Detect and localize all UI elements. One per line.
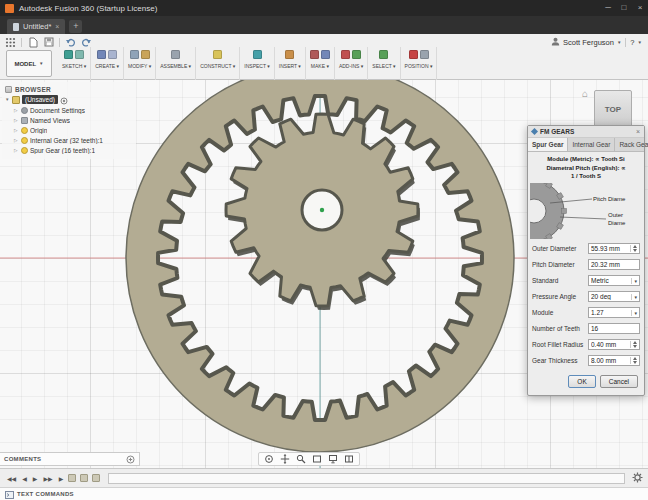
minimize-button[interactable]: ─ xyxy=(600,0,616,16)
spinner-icon[interactable] xyxy=(630,245,639,252)
view-cube-face-label[interactable]: TOP xyxy=(605,105,621,114)
help-button[interactable]: ? xyxy=(630,38,634,47)
tool-icon[interactable] xyxy=(130,50,139,59)
field-input-number-of-teeth[interactable]: 16 xyxy=(588,323,640,334)
timeline-feature-item[interactable] xyxy=(80,474,88,482)
tool-icon[interactable] xyxy=(108,50,117,59)
tool-icon[interactable] xyxy=(75,50,84,59)
browser-root-item[interactable]: ▼ (Unsaved) xyxy=(2,94,136,105)
tool-icon[interactable] xyxy=(379,50,388,59)
field-input-outer-diameter[interactable]: 55.93 mm xyxy=(588,243,640,254)
expand-arrow-icon[interactable]: ▷ xyxy=(14,138,19,143)
browser-menu-icon[interactable] xyxy=(5,86,12,93)
dropdown-arrow-icon[interactable]: ▾ xyxy=(631,294,639,300)
expand-arrow-icon[interactable]: ▷ xyxy=(14,128,19,133)
tool-icon[interactable] xyxy=(409,50,418,59)
timeline-settings-gear-icon[interactable] xyxy=(632,469,643,487)
cancel-button[interactable]: Cancel xyxy=(600,375,638,388)
file-icon[interactable] xyxy=(26,36,39,49)
ribbon-group-create[interactable]: CREATE ▾ xyxy=(91,47,124,80)
home-view-icon[interactable]: ⌂ xyxy=(582,88,588,99)
fit-view-icon[interactable] xyxy=(312,454,322,464)
bulb-icon[interactable] xyxy=(21,147,28,154)
camera-icon[interactable] xyxy=(21,117,28,124)
ribbon-group-addins[interactable]: ADD-INS ▾ xyxy=(335,47,368,80)
chevron-down-icon[interactable]: ▼ xyxy=(638,40,642,45)
tool-icon[interactable] xyxy=(171,50,180,59)
dropdown-arrow-icon[interactable]: ▾ xyxy=(631,310,639,316)
timeline-play-button[interactable]: ▶ xyxy=(31,475,40,482)
tool-icon[interactable] xyxy=(213,50,222,59)
ribbon-group-modify[interactable]: MODIFY ▾ xyxy=(124,47,156,80)
document-name-chip[interactable]: (Unsaved) xyxy=(22,95,58,104)
ribbon-group-select[interactable]: SELECT ▾ xyxy=(368,47,400,80)
close-button[interactable]: × xyxy=(632,0,648,16)
add-comment-icon[interactable] xyxy=(126,450,135,468)
viewports-icon[interactable] xyxy=(344,454,354,464)
text-commands-bar[interactable]: TEXT COMMANDS xyxy=(0,487,648,500)
ribbon-group-sketch[interactable]: SKETCH ▾ xyxy=(58,47,91,80)
tool-icon[interactable] xyxy=(321,50,330,59)
comments-bar[interactable]: COMMENTS xyxy=(0,452,140,466)
tool-icon[interactable] xyxy=(253,50,262,59)
maximize-button[interactable]: □ xyxy=(616,0,632,16)
save-icon[interactable] xyxy=(42,36,55,49)
ok-button[interactable]: OK xyxy=(568,375,595,388)
browser-item[interactable]: ▷Origin xyxy=(2,125,136,135)
ribbon-group-inspect[interactable]: INSPECT ▾ xyxy=(240,47,274,80)
ribbon-group-assemble[interactable]: ASSEMBLE ▾ xyxy=(156,47,196,80)
zoom-icon[interactable] xyxy=(296,454,306,464)
spinner-icon[interactable] xyxy=(630,341,639,348)
field-input-pressure-angle[interactable]: 20 deg▾ xyxy=(588,291,640,302)
orbit-icon[interactable] xyxy=(264,454,274,464)
browser-item[interactable]: ▷Spur Gear (16 teeth):1 xyxy=(2,145,136,155)
ribbon-group-construct[interactable]: CONSTRUCT ▾ xyxy=(196,47,240,80)
dialog-tab-internal-gear[interactable]: Internal Gear xyxy=(568,138,615,151)
field-input-pitch-diameter[interactable]: 20.32 mm xyxy=(588,259,640,270)
timeline-go-start-button[interactable]: ◀◀ xyxy=(5,475,18,482)
browser-item[interactable]: ▷Document Settings xyxy=(2,105,136,115)
tool-icon[interactable] xyxy=(285,50,294,59)
app-grid-icon[interactable] xyxy=(4,36,17,49)
tool-icon[interactable] xyxy=(64,50,73,59)
user-name[interactable]: Scott Ferguson xyxy=(563,38,614,47)
dialog-tab-rack-gear[interactable]: Rack Gear xyxy=(615,138,648,151)
document-tab[interactable]: Untitled* × xyxy=(7,19,65,34)
field-input-module[interactable]: 1.27▾ xyxy=(588,307,640,318)
tool-icon[interactable] xyxy=(97,50,106,59)
view-cube[interactable]: TOP xyxy=(594,90,632,128)
tool-icon[interactable] xyxy=(341,50,350,59)
tool-icon[interactable] xyxy=(420,50,429,59)
timeline-feature-item[interactable] xyxy=(68,474,76,482)
new-tab-button[interactable]: + xyxy=(69,20,82,33)
display-settings-icon[interactable] xyxy=(328,454,338,464)
tab-close-icon[interactable]: × xyxy=(55,23,59,30)
timeline-go-end-button[interactable]: ▶ xyxy=(57,475,66,482)
expand-arrow-icon[interactable]: ▷ xyxy=(14,148,19,153)
field-input-gear-thickness[interactable]: 8.00 mm xyxy=(588,355,640,366)
browser-item[interactable]: ▷Named Views xyxy=(2,115,136,125)
expand-arrow-icon[interactable]: ▷ xyxy=(14,118,19,123)
timeline-step-forward-button[interactable]: ▶▶ xyxy=(41,475,54,482)
settings-icon[interactable] xyxy=(21,107,28,114)
bulb-icon[interactable] xyxy=(21,127,28,134)
dialog-tab-spur-gear[interactable]: Spur Gear xyxy=(528,138,568,151)
field-input-standard[interactable]: Metric▾ xyxy=(588,275,640,286)
browser-item[interactable]: ▷Internal Gear (32 teeth):1 xyxy=(2,135,136,145)
ribbon-group-make[interactable]: MAKE ▾ xyxy=(306,47,335,80)
tool-icon[interactable] xyxy=(310,50,319,59)
workspace-selector[interactable]: MODEL ▼ xyxy=(6,50,52,77)
chevron-down-icon[interactable]: ▼ xyxy=(617,40,621,45)
field-input-root-fillet-radius[interactable]: 0.40 mm xyxy=(588,339,640,350)
dialog-close-icon[interactable]: × xyxy=(636,128,640,135)
spinner-icon[interactable] xyxy=(630,357,639,364)
collapse-arrow-icon[interactable]: ▼ xyxy=(5,97,10,102)
timeline-step-back-button[interactable]: ◀ xyxy=(20,475,29,482)
tool-icon[interactable] xyxy=(352,50,361,59)
dropdown-arrow-icon[interactable]: ▾ xyxy=(631,278,639,284)
tool-icon[interactable] xyxy=(141,50,150,59)
dialog-header[interactable]: FM GEARS × xyxy=(528,126,644,138)
pan-icon[interactable] xyxy=(280,454,290,464)
bulb-icon[interactable] xyxy=(21,137,28,144)
expand-arrow-icon[interactable]: ▷ xyxy=(14,108,19,113)
